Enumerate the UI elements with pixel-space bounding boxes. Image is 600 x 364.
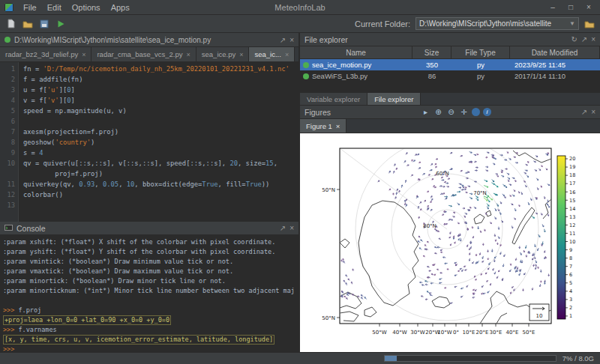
save-icon[interactable] — [38, 17, 50, 30]
explorer-tab-variable-explorer[interactable]: Variable explorer — [300, 93, 368, 105]
undock-console-icon[interactable]: ↗ — [280, 224, 286, 232]
quiver-arrow — [396, 168, 398, 170]
run-script-icon[interactable] — [54, 17, 67, 30]
new-script-icon[interactable] — [4, 17, 17, 30]
column-header-name[interactable]: Name — [300, 46, 412, 58]
quiver-arrow — [459, 183, 462, 185]
quiver-arrow — [431, 198, 433, 201]
menu-edit[interactable]: Edit — [42, 1, 67, 13]
line-number: 12 — [0, 189, 15, 200]
identify-icon[interactable]: i — [483, 108, 491, 116]
column-header-file-type[interactable]: File Type — [452, 46, 510, 58]
zoom-in-icon[interactable]: ⊕ — [434, 107, 443, 117]
close-console-icon[interactable]: × — [290, 224, 294, 232]
quiver-arrow — [527, 161, 529, 163]
combo-dropdown-icon[interactable]: ▼ — [569, 20, 575, 27]
maximize-button[interactable]: □ — [562, 1, 579, 13]
editor-tab[interactable]: sea_ic...× — [249, 47, 295, 61]
grid-label: 60°N — [436, 171, 449, 177]
full-extent-icon[interactable] — [472, 108, 480, 116]
line-number: 7 — [0, 127, 15, 137]
figure-tab-close-icon[interactable]: × — [336, 122, 340, 130]
line-number: 3 — [0, 85, 15, 95]
undock-figures-icon[interactable]: ↗ — [581, 108, 587, 116]
quiver-arrow — [348, 279, 350, 280]
code-line: geoshow('country') — [23, 137, 298, 148]
select-arrow-icon[interactable]: ▸ — [421, 107, 430, 117]
refresh-icon[interactable]: ↻ — [571, 35, 577, 43]
menu-options[interactable]: Options — [67, 1, 106, 13]
quiver-arrow — [544, 196, 545, 198]
colorbar-tick-label: 13 — [569, 214, 575, 220]
x-tick-label: 40°W — [392, 330, 406, 336]
browse-folder-icon[interactable] — [583, 17, 596, 30]
quiver-arrow — [514, 189, 516, 191]
figure-tab[interactable]: Figure 1 × — [300, 119, 346, 133]
x-tick-label: 0° — [453, 330, 459, 336]
quiver-arrow — [514, 208, 516, 211]
quiver-arrow — [508, 180, 509, 181]
quiver-arrow — [525, 164, 527, 166]
quiver-arrow — [441, 180, 444, 181]
open-folder-icon[interactable] — [21, 17, 34, 30]
console-output[interactable]: :param xshift: (*float*) X shift of the … — [0, 235, 298, 352]
tab-close-icon[interactable]: × — [285, 51, 289, 58]
quiver-arrow — [508, 158, 511, 160]
menu-file[interactable]: File — [18, 1, 42, 13]
quiver-arrow — [525, 246, 526, 249]
quiver-arrow — [512, 178, 515, 179]
undock-explorer-icon[interactable]: ↗ — [581, 35, 587, 43]
quiver-arrow — [395, 197, 397, 199]
zoom-out-icon[interactable]: ⊖ — [446, 107, 456, 117]
close-figures-icon[interactable]: × — [591, 108, 596, 116]
console-line: +proj=laea +lon_0=0 +lat_0=90 +x_0=0 +y_… — [3, 315, 296, 325]
code-line: quiverkey(qv, 0.93, 0.05, 10, bbox=dict(… — [23, 179, 298, 189]
figure-canvas[interactable]: 50°W40°W30°W20°W10°W0°10°E20°E30°E40°E50… — [300, 133, 600, 352]
current-folder-combo[interactable]: D:\Working\MIScript\Jython\mis\satellite… — [416, 17, 579, 30]
x-tick-label: 20°E — [476, 330, 489, 336]
close-button[interactable]: × — [580, 1, 597, 13]
quiver-arrow — [474, 276, 476, 277]
code-editor[interactable]: 12345678910 111213 fn = 'D:/Temp/nc/icem… — [0, 62, 298, 222]
tab-close-icon[interactable]: × — [239, 51, 243, 58]
console-line: :param xshift: (*float*) X shift of the … — [3, 237, 296, 247]
code-area[interactable]: fn = 'D:/Temp/nc/icemotion_daily_nh_25km… — [19, 62, 298, 222]
pan-icon[interactable]: ✛ — [459, 107, 469, 117]
quiver-arrow — [500, 252, 502, 254]
quiver-arrow — [440, 193, 442, 195]
quiver-arrow — [442, 186, 445, 187]
graticule-lines — [340, 138, 538, 321]
quiver-arrow — [517, 269, 518, 272]
quiver-arrow — [476, 254, 477, 256]
app-logo-icon — [4, 3, 14, 12]
quiver-arrow — [500, 154, 503, 156]
code-line: s = 4 — [23, 148, 298, 158]
editor-tab[interactable]: radar_cma_base_vcs_2.py× — [92, 47, 196, 61]
column-header-date-modified[interactable]: Date Modified — [510, 46, 600, 58]
main-area: D:\Working\MIScript\Jython\mis\satellite… — [0, 33, 600, 352]
file-row[interactable]: SeaWiFS_L3b.py86py2017/1/14 11:10 — [300, 70, 600, 82]
tab-close-icon[interactable]: × — [187, 51, 190, 58]
file-row[interactable]: sea_ice_motion.py350py2023/9/25 11:45 — [300, 59, 600, 70]
x-tick-label: 30°E — [490, 330, 502, 336]
quiver-arrow — [494, 193, 496, 195]
explorer-tab-file-explorer[interactable]: File explorer — [368, 93, 421, 105]
quiver-arrow — [487, 207, 488, 210]
quiver-arrow — [453, 212, 455, 213]
close-editor-icon[interactable]: × — [290, 36, 294, 44]
quiver-arrow — [460, 156, 463, 157]
undock-editor-icon[interactable]: ↗ — [280, 36, 286, 44]
menu-apps[interactable]: Apps — [106, 1, 135, 13]
minimize-button[interactable]: – — [544, 1, 561, 13]
editor-tab[interactable]: radar_bz2_3d_relief.py× — [0, 47, 92, 61]
quiver-arrow — [344, 296, 346, 297]
close-explorer-icon[interactable]: × — [591, 35, 596, 43]
column-header-size[interactable]: Size — [412, 46, 452, 58]
colorbar-tick-label: 11 — [569, 231, 575, 237]
colorbar-tick-label: 10 — [569, 239, 575, 245]
quiver-arrow — [444, 223, 446, 225]
tab-close-icon[interactable]: × — [82, 51, 86, 58]
line-number: 2 — [0, 74, 15, 85]
editor-tab[interactable]: sea_ice.py× — [196, 47, 250, 61]
quiver-arrow — [430, 169, 433, 171]
